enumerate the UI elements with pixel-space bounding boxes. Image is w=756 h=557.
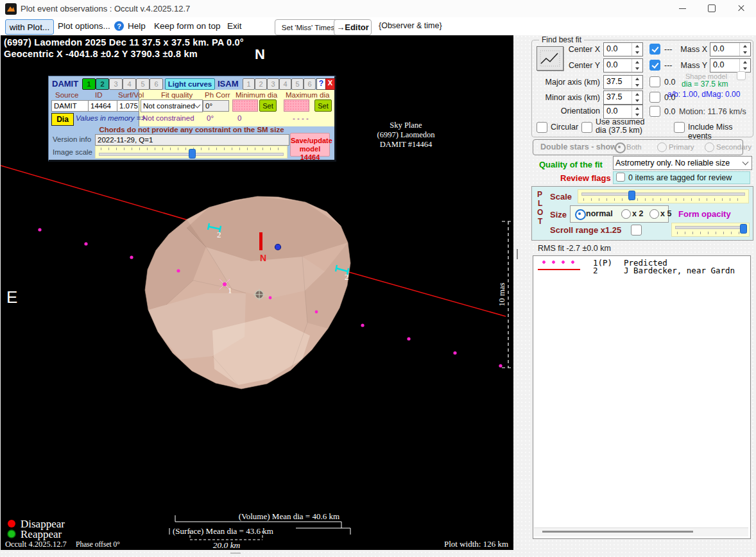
fit-quality-dropdown[interactable]: Not constrained bbox=[141, 99, 203, 112]
isam-6-button[interactable]: 6 bbox=[304, 78, 316, 90]
editor-button[interactable]: →Editor bbox=[334, 19, 372, 35]
max-dia-field[interactable] bbox=[284, 99, 309, 112]
image-scale-thumb[interactable] bbox=[189, 149, 196, 159]
menu-plot-options[interactable]: Plot options... bbox=[58, 21, 110, 31]
center-x-spinner[interactable]: 0.0 bbox=[603, 42, 643, 56]
minor-axis-spinner[interactable]: 37.5 bbox=[603, 90, 643, 105]
isam-5-button[interactable]: 5 bbox=[291, 78, 304, 90]
observer-time-label: {Observer & time} bbox=[379, 21, 442, 30]
size-x2-radio[interactable] bbox=[621, 209, 631, 219]
id-field[interactable]: 14464 bbox=[88, 100, 118, 112]
minimize-icon bbox=[679, 8, 686, 9]
dia-button[interactable]: Dia bbox=[51, 113, 74, 126]
spinner-arrows-icon[interactable] bbox=[631, 91, 642, 104]
orientation-spinner[interactable]: 0.0 bbox=[603, 105, 643, 119]
review-flags-checkbox[interactable] bbox=[616, 173, 625, 182]
menu-with-plot[interactable]: with Plot... bbox=[5, 19, 54, 35]
menu-exit[interactable]: Exit bbox=[227, 21, 242, 31]
use-assumed-dia-checkbox[interactable] bbox=[581, 122, 592, 133]
close-button[interactable] bbox=[726, 0, 756, 17]
image-scale-slider[interactable] bbox=[95, 146, 288, 159]
maximize-icon bbox=[708, 4, 716, 12]
chevron-down-icon bbox=[194, 102, 201, 108]
quality-dropdown[interactable]: Astrometry only. No reliable size bbox=[613, 156, 752, 170]
quality-label: Quality of the fit bbox=[539, 160, 603, 169]
observation-2-name[interactable]: J Bardecker, near Gardn bbox=[624, 266, 748, 275]
col-id: ID bbox=[95, 91, 103, 99]
form-opacity-thumb[interactable] bbox=[740, 224, 747, 234]
spinner-arrows-icon[interactable] bbox=[739, 43, 750, 56]
spinner-arrows-icon[interactable] bbox=[631, 59, 642, 72]
double-secondary-label: Secondary bbox=[716, 143, 752, 151]
scroll-range-checkbox[interactable] bbox=[631, 225, 642, 236]
spinner-arrows-icon[interactable] bbox=[631, 105, 642, 118]
plot-vertical-t: T bbox=[538, 217, 542, 226]
min-dia-field[interactable] bbox=[232, 99, 258, 112]
minor-axis-checkbox[interactable] bbox=[649, 92, 660, 103]
center-x-value: 0.0 bbox=[606, 44, 617, 53]
damit-model-2-button[interactable]: 2 bbox=[96, 78, 109, 90]
surfvol-field[interactable]: 1.075 bbox=[117, 100, 139, 112]
set-miss-times-button[interactable]: Set 'Miss' Times bbox=[275, 19, 341, 35]
spinner-arrows-icon[interactable] bbox=[631, 43, 642, 56]
max-dia-set-button[interactable]: Set bbox=[314, 99, 332, 112]
damit-model-6-button[interactable]: 6 bbox=[150, 78, 163, 90]
shape-model-checkbox[interactable] bbox=[737, 71, 746, 80]
isam-1-button[interactable]: 1 bbox=[243, 78, 255, 90]
double-primary-radio[interactable] bbox=[657, 142, 667, 152]
source-field[interactable]: DAMIT bbox=[51, 100, 89, 112]
spinner-arrows-icon[interactable] bbox=[739, 59, 750, 72]
memory-max-value: - - - - bbox=[293, 114, 309, 122]
menu-help[interactable]: Help bbox=[128, 21, 146, 31]
major-axis-checkbox[interactable] bbox=[649, 76, 660, 87]
plot-vertical-l: L bbox=[538, 199, 542, 208]
form-opacity-slider[interactable] bbox=[671, 223, 750, 237]
major-axis-spinner[interactable]: 37.5 bbox=[603, 75, 643, 89]
mass-x-spinner[interactable]: 0.0 bbox=[710, 42, 751, 56]
size-x5-radio[interactable] bbox=[649, 209, 659, 219]
damit-help-button[interactable]: ? bbox=[316, 78, 326, 90]
isam-3-button[interactable]: 3 bbox=[267, 78, 279, 90]
quality-value: Astrometry only. No reliable size bbox=[615, 159, 730, 167]
center-x-label: Center X bbox=[555, 45, 600, 54]
isam-4-button[interactable]: 4 bbox=[279, 78, 291, 90]
minimize-button[interactable] bbox=[667, 0, 697, 17]
spinner-arrows-icon[interactable] bbox=[631, 76, 642, 89]
orientation-checkbox[interactable] bbox=[649, 106, 660, 117]
double-secondary-radio[interactable] bbox=[705, 142, 714, 152]
menu-keep-form-on-top[interactable]: Keep form on top bbox=[154, 21, 221, 31]
light-curves-button[interactable]: Light curves bbox=[165, 78, 215, 90]
observation-list[interactable] bbox=[533, 255, 751, 539]
damit-close-button[interactable]: X bbox=[325, 78, 335, 90]
list-hscrollbar-thumb[interactable] bbox=[542, 531, 693, 533]
mass-y-spinner[interactable]: 0.0 bbox=[710, 58, 751, 73]
panel-splitter[interactable] bbox=[517, 249, 518, 259]
maximize-button[interactable] bbox=[697, 0, 726, 17]
plot-scale-slider[interactable] bbox=[578, 189, 749, 203]
center-y-value: 0.0 bbox=[606, 60, 617, 69]
include-miss-checkbox[interactable] bbox=[674, 122, 685, 133]
isam-2-button[interactable]: 2 bbox=[255, 78, 267, 90]
version-info-field[interactable]: 2022-11-29, Q=1 bbox=[95, 134, 289, 146]
plot-scale-thumb[interactable] bbox=[628, 191, 635, 200]
save-update-model-button[interactable]: Save/update model 14464 bbox=[290, 133, 330, 157]
size-normal-radio[interactable] bbox=[575, 209, 586, 220]
orientation-label: Orientation bbox=[536, 107, 600, 116]
version-info-label: Version info bbox=[53, 135, 91, 143]
ph-corr-field[interactable]: 0° bbox=[203, 100, 229, 112]
min-dia-set-button[interactable]: Set bbox=[259, 99, 277, 112]
center-y-checkbox[interactable] bbox=[649, 60, 660, 71]
damit-model-3-button[interactable]: 3 bbox=[109, 78, 123, 90]
center-y-spinner[interactable]: 0.0 bbox=[603, 58, 643, 73]
damit-model-1-button[interactable]: 1 bbox=[82, 78, 96, 90]
center-x-checkbox[interactable] bbox=[649, 44, 660, 55]
damit-model-5-button[interactable]: 5 bbox=[136, 78, 150, 90]
memory-fit-value: Not constrained bbox=[142, 114, 194, 122]
footer-phase-offset: Phase offset 0° bbox=[76, 540, 120, 548]
double-both-radio[interactable] bbox=[615, 142, 626, 153]
orientation-sigma: 0.0 bbox=[664, 107, 675, 116]
damit-model-4-button[interactable]: 4 bbox=[123, 78, 136, 90]
minor-axis-label: Minor axis (km) bbox=[536, 93, 600, 102]
scroll-range-label: Scroll range x1.25 bbox=[550, 225, 621, 235]
circular-checkbox[interactable] bbox=[537, 122, 547, 133]
